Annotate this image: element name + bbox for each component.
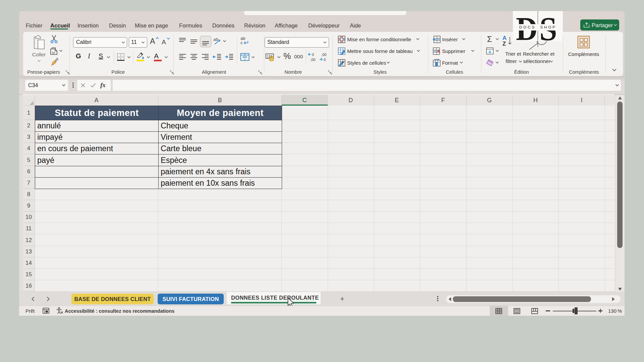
svg-text:123: 123 (267, 55, 272, 58)
svg-text:,00: ,00 (321, 53, 326, 57)
svg-text:,00: ,00 (310, 58, 315, 62)
svg-text:0: 0 (324, 58, 326, 62)
svg-text:c: c (240, 40, 243, 45)
svg-text:0: 0 (312, 53, 314, 57)
svg-text:ab: ab (213, 37, 218, 42)
